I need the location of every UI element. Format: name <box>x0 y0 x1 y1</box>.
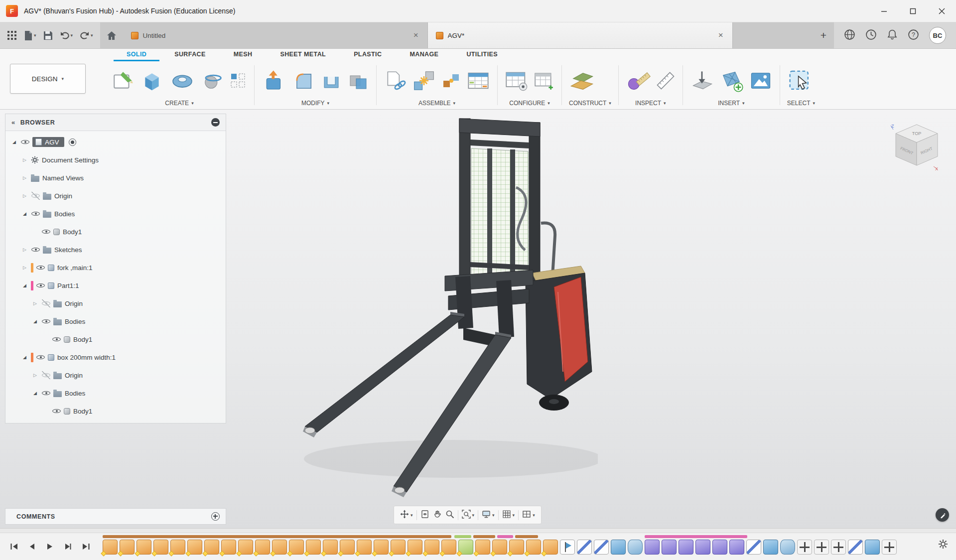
go-to-start-button[interactable] <box>8 541 20 553</box>
joint-icon[interactable] <box>411 68 436 93</box>
insert-derive-icon[interactable] <box>690 69 714 92</box>
component-feature-icon[interactable] <box>255 540 270 555</box>
component-feature-icon[interactable] <box>153 540 168 555</box>
orbit-caret-icon[interactable]: ▾ <box>410 513 413 518</box>
tree-item-bodies[interactable]: ◢Bodies <box>5 384 226 402</box>
visibility-icon[interactable] <box>31 210 40 218</box>
move-feature-icon[interactable] <box>831 540 846 555</box>
timeline-group-segment[interactable] <box>473 535 495 538</box>
component-feature-icon[interactable] <box>204 540 219 555</box>
revolve-icon[interactable] <box>169 68 195 94</box>
timeline-group-segment[interactable] <box>645 535 747 538</box>
pattern-feature-icon[interactable] <box>729 540 744 555</box>
fit-button[interactable]: ▾ <box>462 510 475 521</box>
visibility-icon[interactable] <box>36 264 45 272</box>
display-settings-caret-icon[interactable]: ▾ <box>492 513 495 518</box>
move-feature-icon[interactable] <box>797 540 812 555</box>
expand-arrow-icon[interactable]: ▷ <box>21 157 28 162</box>
notifications-button[interactable] <box>887 29 898 42</box>
move-feature-icon[interactable] <box>814 540 829 555</box>
component-feature-green-icon[interactable] <box>458 540 473 555</box>
fit-caret-icon[interactable]: ▾ <box>472 513 475 518</box>
play-button[interactable] <box>44 541 56 553</box>
component-feature-icon[interactable] <box>424 540 439 555</box>
visibility-icon[interactable] <box>36 353 45 361</box>
sketch-feature-icon[interactable] <box>746 540 761 555</box>
component-feature-icon[interactable] <box>137 540 151 555</box>
insert-menu[interactable]: INSERT▾ <box>690 98 773 108</box>
select-menu[interactable]: SELECT▾ <box>787 98 815 108</box>
close-tab-icon[interactable]: × <box>412 30 419 40</box>
fillet-icon[interactable] <box>291 69 315 93</box>
annotate-button[interactable] <box>936 508 949 522</box>
extrude-feature-icon[interactable] <box>611 540 626 555</box>
tree-item-body1[interactable]: Body1 <box>5 223 226 241</box>
extrude-feature-icon[interactable] <box>865 540 880 555</box>
grid-display-caret-icon[interactable]: ▾ <box>513 513 515 518</box>
assemble-menu[interactable]: ASSEMBLE▾ <box>384 98 490 108</box>
new-component-icon[interactable] <box>384 69 407 92</box>
timeline-group-segment[interactable] <box>497 535 513 538</box>
component-feature-icon[interactable] <box>221 540 236 555</box>
expand-arrow-icon[interactable]: ◢ <box>21 355 28 360</box>
component-feature-icon[interactable] <box>238 540 253 555</box>
visibility-off-icon[interactable] <box>41 299 51 307</box>
tree-item-origin[interactable]: ▷Origin <box>5 187 226 205</box>
ribbon-tab-manage[interactable]: MANAGE <box>397 50 451 61</box>
component-feature-icon[interactable] <box>492 540 507 555</box>
close-button[interactable] <box>927 0 956 22</box>
timeline-group-segment[interactable] <box>515 535 538 538</box>
ribbon-tab-sheet-metal[interactable]: SHEET METAL <box>267 50 339 61</box>
undo-button[interactable]: ▾ <box>60 31 73 40</box>
tree-item-bodies[interactable]: ◢Bodies <box>5 205 226 223</box>
tree-item-box-200mm-width-1[interactable]: ◢box 200mm width:1 <box>5 348 226 366</box>
extrude-feature-icon[interactable] <box>763 540 778 555</box>
as-built-joint-icon[interactable] <box>441 71 461 91</box>
component-feature-icon[interactable] <box>187 540 202 555</box>
revolve-feature-icon[interactable] <box>628 540 643 555</box>
timeline-settings-button[interactable] <box>938 539 948 551</box>
visibility-off-icon[interactable] <box>31 192 40 200</box>
save-button[interactable] <box>43 31 53 40</box>
combine-icon[interactable] <box>347 70 369 92</box>
component-feature-icon[interactable] <box>272 540 287 555</box>
configure-menu[interactable]: CONFIGURE▾ <box>505 98 554 108</box>
expand-arrow-icon[interactable]: ◢ <box>31 319 39 324</box>
collapse-panel-icon[interactable]: « <box>11 119 15 126</box>
visibility-icon[interactable] <box>41 228 51 236</box>
home-button[interactable] <box>100 22 123 48</box>
minimize-button[interactable] <box>869 0 898 22</box>
component-feature-icon[interactable] <box>526 540 541 555</box>
step-back-button[interactable] <box>26 541 38 553</box>
select-icon[interactable] <box>787 68 813 93</box>
document-tab-untitled[interactable]: Untitled× <box>123 22 428 48</box>
grid-display-button[interactable]: ▾ <box>502 510 515 521</box>
job-status-button[interactable] <box>865 29 877 42</box>
insert-mesh-icon[interactable] <box>719 69 744 93</box>
orbit-button[interactable]: ▾ <box>400 510 413 521</box>
viewport-canvas[interactable]: TOP FRONT RIGHT Z X « BROWSER ◢AGV▷Docum… <box>0 110 956 528</box>
avatar[interactable]: BC <box>929 27 946 44</box>
component-feature-icon[interactable] <box>391 540 406 555</box>
expand-arrow-icon[interactable]: ▷ <box>21 247 28 252</box>
pattern-feature-icon[interactable] <box>679 540 693 555</box>
activate-component-radio[interactable] <box>69 139 76 146</box>
web-button[interactable] <box>844 29 855 42</box>
document-tab-agv[interactable]: AGV*× <box>428 22 733 48</box>
workspace-selector[interactable]: DESIGN ▾ <box>10 64 86 94</box>
view-cube[interactable]: TOP FRONT RIGHT Z X <box>886 113 947 173</box>
collapse-all-icon[interactable] <box>211 118 220 127</box>
component-feature-icon[interactable] <box>543 540 558 555</box>
configure-features-icon[interactable] <box>534 70 554 91</box>
pattern-feature-icon[interactable] <box>695 540 710 555</box>
expand-arrow-icon[interactable]: ◢ <box>31 391 39 396</box>
look-at-button[interactable] <box>420 510 429 521</box>
timeline-group-segment[interactable] <box>103 535 451 538</box>
tree-item-fork-main-1[interactable]: ▷fork ,main:1 <box>5 259 226 277</box>
expand-arrow-icon[interactable]: ▷ <box>31 301 39 306</box>
expand-arrow-icon[interactable]: ▷ <box>21 193 28 198</box>
sweep-icon[interactable] <box>200 69 224 93</box>
configuration-table-icon[interactable] <box>505 69 529 92</box>
tree-item-origin[interactable]: ▷Origin <box>5 366 226 384</box>
tree-item-body1[interactable]: Body1 <box>5 330 226 348</box>
